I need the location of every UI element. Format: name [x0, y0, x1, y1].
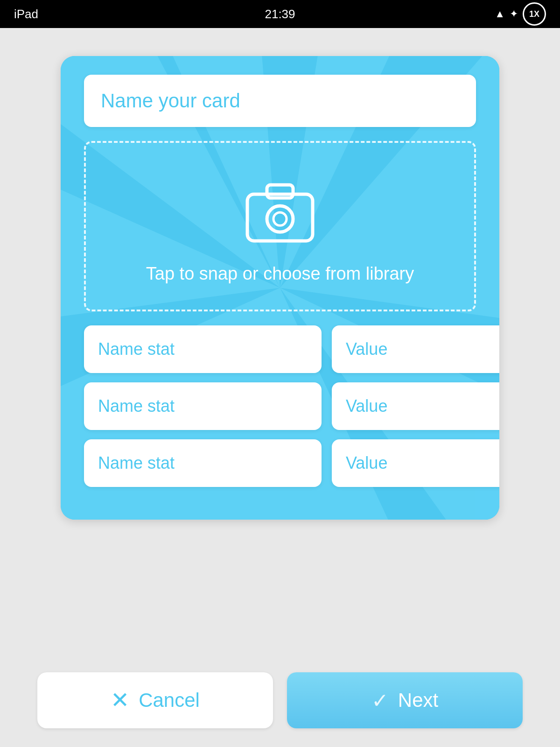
battery-indicator: 1X	[523, 2, 546, 26]
svg-rect-14	[247, 194, 313, 241]
bluetooth-icon: ✦	[510, 8, 518, 20]
card-panel: Tap to snap or choose from library	[61, 56, 499, 520]
stat-value-input-3[interactable]	[332, 439, 499, 487]
stat-value-input-1[interactable]	[332, 325, 499, 373]
next-button[interactable]: ✓ Next	[287, 672, 523, 728]
photo-zone[interactable]: Tap to snap or choose from library	[84, 141, 476, 311]
stat-row-2	[84, 382, 476, 430]
next-button-label: Next	[398, 689, 438, 712]
carrier-label: iPad	[14, 7, 38, 21]
cancel-button[interactable]: ✕ Cancel	[37, 672, 273, 728]
stat-name-input-1[interactable]	[84, 325, 322, 373]
status-right: ▲ ✦ 1X	[495, 2, 546, 26]
stat-name-input-2[interactable]	[84, 382, 322, 430]
status-left: iPad	[14, 7, 45, 21]
svg-point-17	[273, 212, 287, 226]
location-icon: ▲	[495, 8, 505, 20]
stat-row-3	[84, 439, 476, 487]
stat-name-input-3[interactable]	[84, 439, 322, 487]
camera-icon	[238, 171, 322, 261]
card-name-input[interactable]	[84, 75, 476, 127]
svg-rect-15	[267, 185, 293, 198]
stat-row-1	[84, 325, 476, 373]
cancel-x-icon: ✕	[111, 689, 129, 712]
main-area: Tap to snap or choose from library ✕ Can…	[0, 28, 560, 747]
clock: 21:39	[265, 7, 295, 21]
svg-point-16	[267, 206, 293, 232]
photo-zone-label: Tap to snap or choose from library	[146, 261, 414, 286]
status-bar: iPad 21:39 ▲ ✦ 1X	[0, 0, 560, 28]
stat-value-input-2[interactable]	[332, 382, 499, 430]
cancel-button-label: Cancel	[139, 689, 200, 712]
next-check-icon: ✓	[371, 689, 389, 712]
bottom-toolbar: ✕ Cancel ✓ Next	[0, 654, 560, 747]
